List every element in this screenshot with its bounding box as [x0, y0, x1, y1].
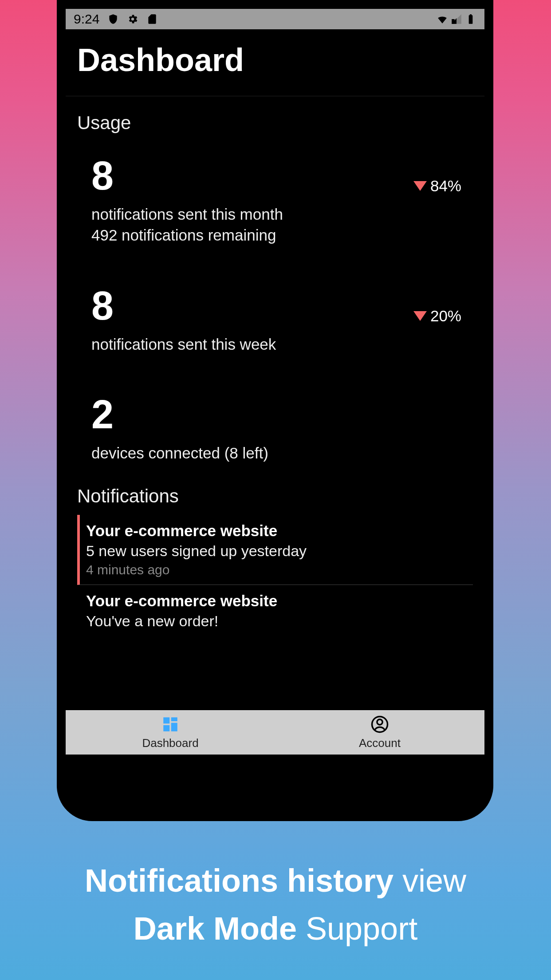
trend-percent: 20%: [430, 307, 461, 325]
nav-label: Dashboard: [142, 736, 198, 750]
promo-rest: view: [394, 863, 466, 898]
notification-item[interactable]: Your e-commerce website 5 new users sign…: [77, 515, 473, 585]
phone-screen: 9:24 Dashboard Usage 8 n: [66, 9, 484, 755]
promo-bold: Dark Mode: [134, 911, 297, 946]
svg-rect-1: [171, 717, 177, 721]
app-header: Dashboard: [66, 29, 484, 96]
usage-label-line: devices connected (8 left): [91, 443, 268, 463]
svg-rect-0: [163, 717, 169, 723]
notification-body: 5 new users signed up yesterday: [86, 542, 473, 560]
notification-time: 4 minutes ago: [86, 562, 473, 577]
nav-label: Account: [359, 736, 401, 750]
gear-icon: [127, 13, 138, 25]
promo-bold: Notifications history: [85, 863, 394, 898]
main-content[interactable]: Usage 8 notifications sent this month 49…: [66, 96, 484, 640]
page-title: Dashboard: [77, 42, 473, 78]
usage-label-line: 492 notifications remaining: [91, 225, 283, 245]
notifications-section-title: Notifications: [77, 486, 473, 507]
usage-section-title: Usage: [77, 112, 473, 134]
notification-title: Your e-commerce website: [86, 592, 473, 610]
account-icon: [370, 715, 389, 734]
nav-item-dashboard[interactable]: Dashboard: [66, 710, 275, 755]
usage-number: 2: [91, 395, 268, 435]
notification-body: You've a new order!: [86, 612, 473, 630]
svg-rect-2: [171, 723, 177, 731]
promo-line-1: Notifications history view: [0, 857, 551, 905]
usage-label: notifications sent this month 492 notifi…: [91, 204, 283, 246]
notification-item[interactable]: Your e-commerce website You've a new ord…: [77, 585, 473, 640]
sd-card-icon: [146, 13, 158, 25]
signal-icon: [451, 13, 462, 25]
trend-down-icon: [413, 311, 427, 321]
status-bar: 9:24: [66, 9, 484, 29]
usage-number: 8: [91, 286, 276, 326]
bottom-nav: Dashboard Account: [66, 710, 484, 755]
trend-down-icon: [413, 181, 427, 191]
wifi-icon: [437, 13, 448, 25]
usage-number: 8: [91, 156, 283, 196]
usage-label-line: notifications sent this month: [91, 204, 283, 225]
notification-title: Your e-commerce website: [86, 522, 473, 540]
battery-icon: [465, 13, 476, 25]
promo-line-2: Dark Mode Support: [0, 905, 551, 952]
usage-stat-devices: 2 devices connected (8 left): [91, 395, 473, 463]
svg-point-5: [377, 719, 382, 724]
phone-frame: 9:24 Dashboard Usage 8 n: [57, 0, 493, 821]
usage-stat-week: 8 notifications sent this week 20%: [91, 286, 473, 355]
svg-rect-3: [163, 725, 169, 731]
nav-item-account[interactable]: Account: [275, 710, 484, 755]
usage-label: devices connected (8 left): [91, 443, 268, 463]
usage-trend: 20%: [413, 307, 461, 325]
usage-stat-month: 8 notifications sent this month 492 noti…: [91, 156, 473, 246]
trend-percent: 84%: [430, 177, 461, 195]
status-time: 9:24: [74, 12, 99, 27]
usage-trend: 84%: [413, 177, 461, 195]
usage-label: notifications sent this week: [91, 334, 276, 355]
shield-icon: [107, 13, 119, 25]
dashboard-icon: [161, 715, 180, 734]
promo-rest: Support: [297, 911, 417, 946]
promo-text: Notifications history view Dark Mode Sup…: [0, 857, 551, 952]
usage-label-line: notifications sent this week: [91, 334, 276, 355]
